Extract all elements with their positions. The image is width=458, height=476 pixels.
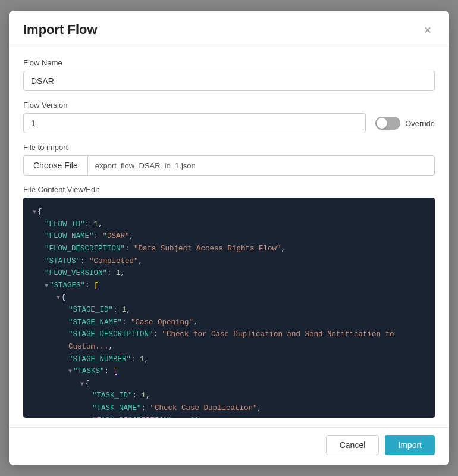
flow-version-label: Flow Version [23, 101, 435, 109]
close-button[interactable]: × [421, 23, 435, 37]
modal-header: Import Flow × [9, 11, 449, 46]
flow-version-input[interactable] [23, 113, 366, 133]
toggle-wrap: Override [375, 117, 435, 130]
version-row: Override [23, 113, 435, 133]
version-input-wrap [23, 113, 366, 133]
modal-title: Import Flow [23, 22, 98, 37]
json-viewer[interactable]: ▼{ "FLOW_ID": 1, "FLOW_NAME": "DSAR", "F… [23, 198, 435, 418]
modal-dialog: Import Flow × Flow Name Flow Version Ove… [9, 11, 449, 465]
cancel-button[interactable]: Cancel [326, 435, 379, 455]
file-import-group: File to import Choose File export_flow_D… [23, 143, 435, 176]
file-input-row: Choose File export_flow_DSAR_id_1.json [23, 155, 435, 176]
modal-footer: Cancel Import [9, 427, 449, 465]
modal-overlay: Import Flow × Flow Name Flow Version Ove… [0, 0, 458, 476]
flow-version-group: Flow Version Override [23, 101, 435, 133]
file-content-label: File Content View/Edit [23, 185, 435, 194]
file-content-group: File Content View/Edit ▼{ "FLOW_ID": 1, … [23, 185, 435, 418]
file-name-display: export_flow_DSAR_id_1.json [88, 156, 434, 175]
import-button[interactable]: Import [385, 435, 435, 455]
flow-name-group: Flow Name [23, 58, 435, 91]
file-label: File to import [23, 143, 435, 152]
choose-file-button[interactable]: Choose File [24, 156, 88, 175]
override-label: Override [405, 119, 435, 128]
override-toggle[interactable] [375, 117, 400, 130]
flow-name-label: Flow Name [23, 58, 435, 67]
modal-body: Flow Name Flow Version Override File to … [9, 46, 449, 427]
flow-name-input[interactable] [23, 71, 435, 91]
